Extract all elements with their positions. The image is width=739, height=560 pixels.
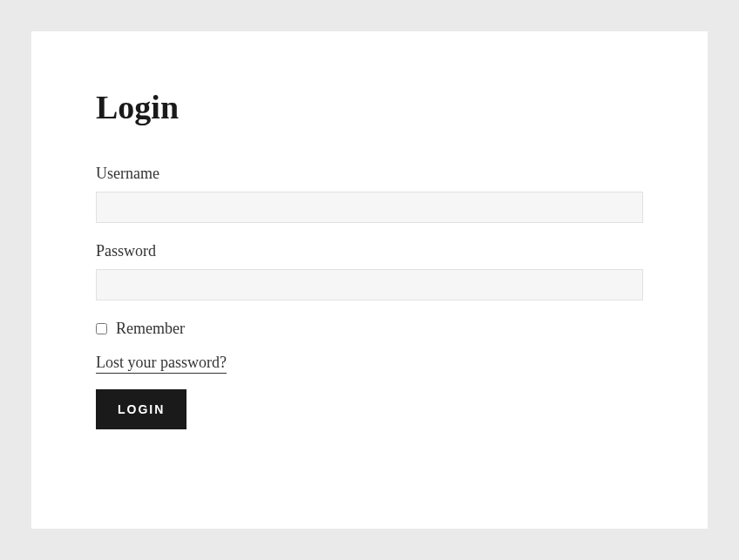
remember-checkbox[interactable] bbox=[96, 323, 107, 334]
remember-row: Remember bbox=[96, 320, 643, 338]
login-button[interactable]: LOGIN bbox=[96, 389, 186, 429]
lost-password-link[interactable]: Lost your password? bbox=[96, 354, 227, 374]
username-group: Username bbox=[96, 165, 643, 223]
login-card: Login Username Password Remember Lost yo… bbox=[31, 31, 708, 529]
password-input[interactable] bbox=[96, 269, 643, 300]
page-title: Login bbox=[96, 88, 643, 126]
password-group: Password bbox=[96, 242, 643, 300]
username-input[interactable] bbox=[96, 192, 643, 223]
password-label: Password bbox=[96, 242, 643, 260]
username-label: Username bbox=[96, 165, 643, 183]
login-form: Username Password Remember Lost your pas… bbox=[96, 165, 643, 429]
remember-label[interactable]: Remember bbox=[116, 320, 185, 338]
